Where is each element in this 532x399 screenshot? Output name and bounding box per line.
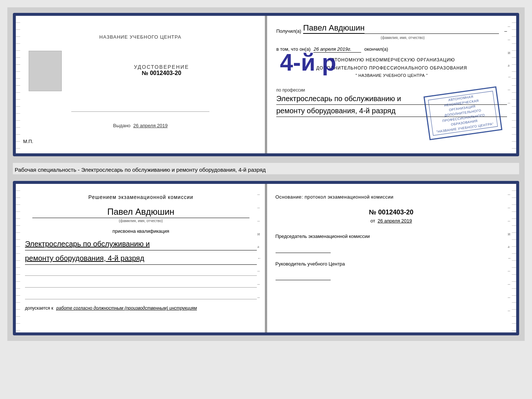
- допускается-value: работе согласно должностным (производств…: [56, 306, 197, 311]
- top-document: НАЗВАНИЕ УЧЕБНОГО ЦЕНТРА УДОСТОВЕРЕНИЕ №…: [13, 13, 519, 156]
- director-title: Руководитель учебного Центра: [276, 260, 507, 268]
- qualification-label: присвоена квалификация: [25, 228, 257, 234]
- cert-label: УДОСТОВЕРЕНИЕ: [134, 64, 189, 70]
- rank-badge: 4-й р: [280, 49, 336, 76]
- blank-line-1: [25, 268, 257, 276]
- photo-placeholder: [29, 51, 62, 91]
- mp-label: М.П.: [23, 139, 33, 144]
- person-name-large: Павел Авдюшин: [25, 207, 257, 217]
- ot-date: от 26 апреля 2019: [276, 218, 507, 224]
- recipient-prefix: Получил(а): [276, 28, 301, 34]
- dash-1: –: [508, 23, 512, 29]
- ot-date-value: 26 апреля 2019: [378, 218, 412, 224]
- cert-number: № 0012403-20: [134, 70, 189, 76]
- допускается-prefix: допускается к: [25, 306, 53, 311]
- cert-number-section: УДОСТОВЕРЕНИЕ № 0012403-20: [134, 64, 189, 76]
- chairman-section: Председатель экзаменационной комиссии: [276, 233, 507, 253]
- recipient-name: Павел Авдюшин: [303, 23, 364, 33]
- bottom-right-page: Основание: протокол экзаменационной коми…: [266, 184, 517, 332]
- chairman-title: Председатель экзаменационной комиссии: [276, 233, 507, 240]
- director-signature-line: [276, 273, 331, 280]
- side-dashes-top: – – и а ← – –: [508, 23, 512, 106]
- page-wrapper: НАЗВАНИЕ УЧЕБНОГО ЦЕНТРА УДОСТОВЕРЕНИЕ №…: [7, 7, 525, 341]
- dash-2: –: [508, 36, 512, 42]
- blank-line-3: [25, 292, 257, 299]
- left-page: НАЗВАНИЕ УЧЕБНОГО ЦЕНТРА УДОСТОВЕРЕНИЕ №…: [16, 16, 267, 153]
- dash-5: ←: [508, 75, 512, 79]
- director-section: Руководитель учебного Центра: [276, 260, 507, 281]
- stamp-inner: АВТОНОМНАЯ НЕКОММЕРЧЕСКАЯ ОРГАНИЗАЦИЯ ДО…: [428, 91, 498, 136]
- issued-label: Выдано: [113, 123, 130, 128]
- fio-label-top: (фамилия, имя, отчество): [306, 36, 500, 40]
- right-page: Получил(а) Павел Авдюшин – (фамилия, имя…: [267, 16, 516, 153]
- bottom-document: Решением экзаменационной комиссии Павел …: [13, 181, 519, 335]
- blank-line-2: [25, 280, 257, 288]
- side-dashes-bottom-left: – – – и а ← – – –: [258, 191, 262, 300]
- fio-label-bottom: (фамилия, имя, отчество): [32, 218, 249, 223]
- osnovaniye-label: Основание: протокол экзаменационной коми…: [276, 193, 507, 201]
- side-dashes-bottom-right: – – – и а ← – – – –: [508, 191, 512, 313]
- specialty-label: Рабочая специальность - Электрослесарь п…: [13, 163, 519, 174]
- qualification-line1: Электрослесарь по обслуживанию и: [25, 238, 257, 250]
- dash-4: а: [508, 63, 512, 67]
- bottom-left-page: Решением экзаменационной комиссии Павел …: [16, 184, 266, 332]
- dash-6: –: [508, 86, 512, 92]
- chairman-signature-line: [276, 246, 331, 253]
- dash-3: и: [508, 50, 512, 56]
- recipient-line: Получил(а) Павел Авдюшин –: [276, 23, 507, 34]
- допускается-line: допускается к работе согласно должностны…: [25, 305, 257, 311]
- dash-7: –: [508, 100, 512, 106]
- issued-date: 26 апреля 2019: [133, 123, 168, 128]
- commission-title: Решением экзаменационной комиссии: [25, 193, 257, 201]
- protocol-number: № 0012403-20: [276, 209, 507, 216]
- institution-title: НАЗВАНИЕ УЧЕБНОГО ЦЕНТРА: [99, 34, 181, 40]
- issued-line: Выдано 26 апреля 2019: [113, 123, 168, 128]
- qualification-line2: ремонту оборудования, 4-й разряд: [25, 252, 257, 265]
- blank-lines: [25, 268, 257, 299]
- okonchil: окончил(а): [364, 46, 388, 52]
- ot-prefix: от: [370, 218, 375, 224]
